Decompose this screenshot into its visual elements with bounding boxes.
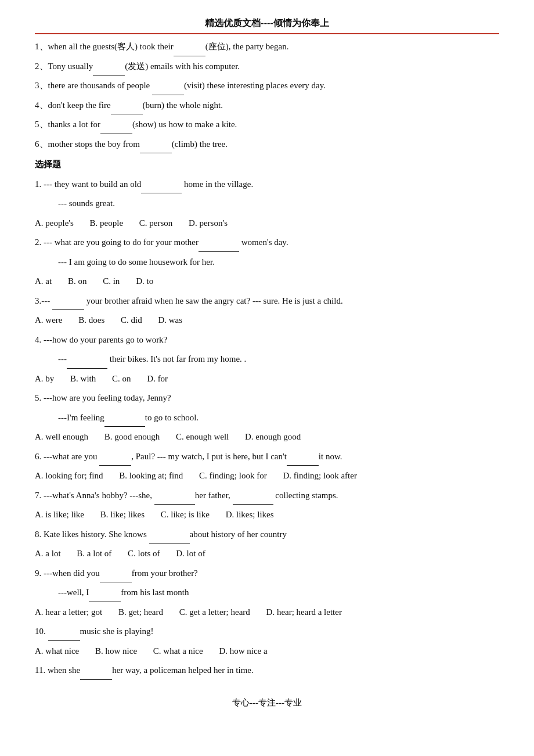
choice-question-7: 7. ---what's Anna's hobby? ---she, her f… (35, 487, 499, 524)
choice-question-3: 3.--- your brother afraid when he saw th… (35, 292, 499, 330)
choice-question-8: 8. Kate likes history. She knows about h… (35, 525, 499, 563)
fill-question-6: 6、mother stops the boy from(climb) the t… (35, 135, 499, 154)
choice-question-9: 9. ---when did youfrom your brother? ---… (35, 564, 499, 622)
choice-question-6: 6. ---what are you , Paul? --- my watch,… (35, 448, 499, 485)
fill-question-2: 2、Tony usually(发送) emails with his compu… (35, 57, 499, 76)
fill-question-3: 3、there are thousands of people (visit) … (35, 77, 499, 95)
choice-question-4: 4. ---how do your parents go to work? --… (35, 331, 499, 388)
fill-question-1: 1、when all the guests(客人) took their(座位)… (35, 38, 499, 56)
page-title: 精选优质文档----倾情为你奉上 (35, 17, 499, 34)
choice-question-10: 10. music she is playing! A. what nice B… (35, 622, 499, 660)
choice-question-2: 2. --- what are you going to do for your… (35, 233, 499, 291)
page-footer: 专心---专注---专业 (35, 697, 499, 708)
choice-question-5: 5. ---how are you feeling today, Jenny? … (35, 389, 499, 447)
section-title-choice: 选择题 (35, 156, 499, 174)
content-area: 1、when all the guests(客人) took their(座位)… (35, 38, 499, 680)
fill-question-4: 4、don't keep the fire(burn) the whole ni… (35, 96, 499, 115)
choice-question-11: 11. when sheher way, a policeman helped … (35, 661, 499, 680)
choice-question-1: 1. --- they want to build an old home in… (35, 175, 499, 233)
fill-question-5: 5、thanks a lot for(show) us how to make … (35, 116, 499, 134)
